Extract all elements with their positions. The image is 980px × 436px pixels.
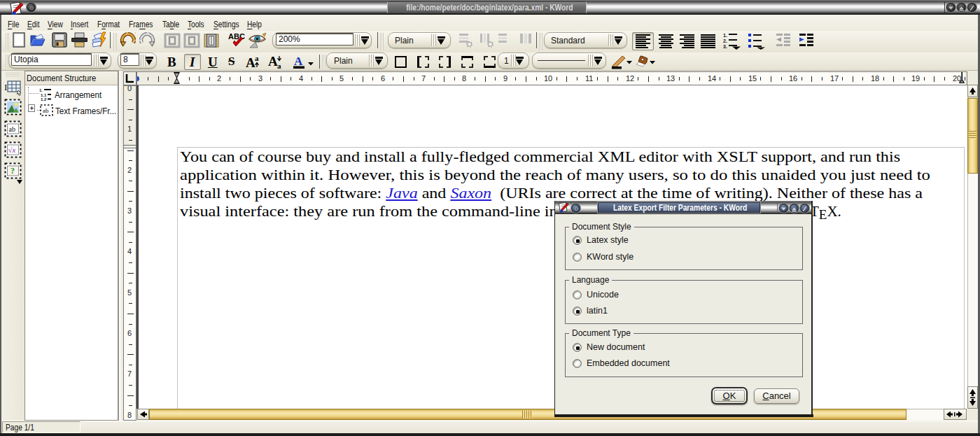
svg-text:A: A <box>294 55 303 68</box>
svg-text:ab: ab <box>9 125 15 133</box>
svg-text:a: a <box>277 62 281 69</box>
svg-text:1.2: 1.2 <box>41 97 47 101</box>
svg-text:1.: 1. <box>39 88 43 92</box>
svg-text:2.: 2. <box>723 38 727 43</box>
svg-text:1.1: 1.1 <box>41 93 47 97</box>
svg-text:3.: 3. <box>723 44 727 49</box>
svg-text:a: a <box>255 55 259 62</box>
svg-text:1.: 1. <box>723 33 727 38</box>
svg-text:A: A <box>246 55 255 69</box>
svg-text:I: I <box>4 82 7 92</box>
svg-text:A: A <box>268 55 278 69</box>
svg-text:?: ? <box>10 166 15 176</box>
svg-text:ab: ab <box>43 107 49 114</box>
svg-text:√x: √x <box>8 146 16 154</box>
